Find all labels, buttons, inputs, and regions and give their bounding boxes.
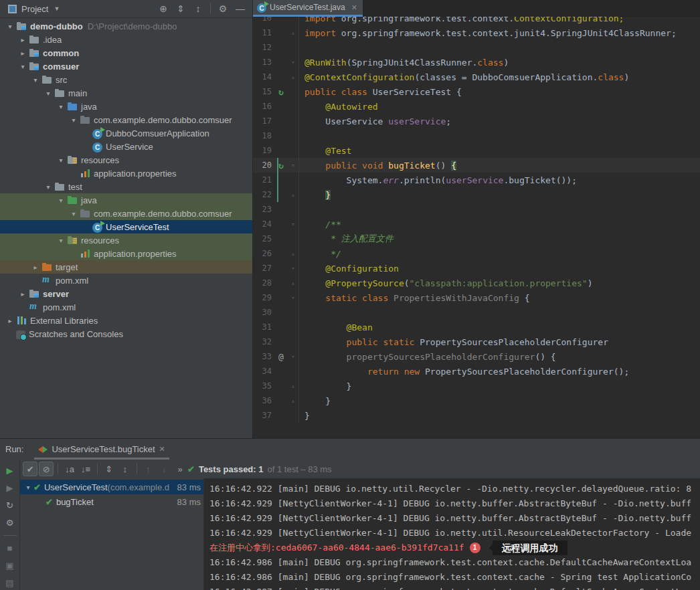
test-settings-icon[interactable]: ⚙ bbox=[3, 516, 17, 530]
code-line-37[interactable]: 37} bbox=[253, 408, 700, 423]
tree-item-common[interactable]: ▸common bbox=[0, 46, 252, 60]
code-line-36[interactable]: 36▵ } bbox=[253, 393, 700, 408]
code-line-11[interactable]: 11▵import org.springframework.test.conte… bbox=[253, 25, 700, 40]
editor-tab-userservicetest[interactable]: UserServiceTest.java ✕ bbox=[253, 0, 363, 17]
previous-failed-icon[interactable]: ↑ bbox=[141, 462, 155, 476]
chevron-down-icon[interactable]: ▾ bbox=[55, 197, 67, 204]
code-line-13[interactable]: 13▿@RunWith(SpringJUnit4ClassRunner.clas… bbox=[253, 55, 700, 70]
tree-item-target[interactable]: ▸target bbox=[0, 260, 252, 274]
tree-item-com-example-demo-dubbo-comsuer[interactable]: ▾com.example.demo.dubbo.comsuer bbox=[0, 207, 252, 220]
tree-item-java[interactable]: ▾java bbox=[0, 100, 252, 113]
code-line-29[interactable]: 29▿ static class PropertiesWithJavaConfi… bbox=[253, 290, 700, 305]
rerun-icon[interactable]: ▶ bbox=[3, 464, 17, 478]
sort-by-duration-icon[interactable]: ↓≡ bbox=[78, 462, 93, 476]
import-tests-icon[interactable]: ▤ bbox=[3, 576, 17, 590]
tree-item-main[interactable]: ▾main bbox=[0, 86, 252, 100]
settings-gear-icon[interactable]: ⚙ bbox=[215, 1, 231, 16]
error-count-badge[interactable]: 1 bbox=[470, 543, 480, 553]
code-line-17[interactable]: 17 UserService userService; bbox=[253, 114, 700, 128]
collapse-all-icon[interactable]: ↕ bbox=[190, 1, 206, 16]
sort-alphabetically-icon[interactable]: ↓a bbox=[62, 462, 77, 476]
code-line-32[interactable]: 32 public static PropertySourcesPlacehol… bbox=[253, 334, 700, 349]
run-test-gutter-icon[interactable]: ↻ bbox=[274, 87, 288, 97]
chevron-right-icon[interactable]: ▸ bbox=[29, 264, 41, 271]
tree-item-java[interactable]: ▾java bbox=[0, 193, 252, 207]
close-icon[interactable]: ✕ bbox=[351, 3, 357, 12]
code-line-25[interactable]: 25 * 注入配置文件 bbox=[253, 231, 700, 246]
chevron-down-icon[interactable]: ▼ bbox=[54, 5, 60, 12]
tree-item-demo-dubbo[interactable]: ▾demo-dubboD:\Project\demo-dubbo bbox=[0, 19, 252, 33]
code-line-15[interactable]: 15↻public class UserServiceTest { bbox=[253, 84, 700, 99]
chevron-down-icon[interactable]: ▾ bbox=[4, 23, 16, 30]
code-line-10[interactable]: 10import org.springframework.test.contex… bbox=[253, 17, 700, 25]
code-line-30[interactable]: 30 bbox=[253, 305, 700, 320]
close-icon[interactable]: ✕ bbox=[159, 445, 165, 454]
expand-all-icon[interactable]: ⇕ bbox=[173, 1, 189, 16]
fold-end-icon[interactable]: ▵ bbox=[288, 280, 298, 286]
code-line-24[interactable]: 24▿ /** bbox=[253, 217, 700, 231]
tree-item-comsuer[interactable]: ▾comsuer bbox=[0, 60, 252, 73]
code-line-23[interactable]: 23 bbox=[253, 202, 700, 217]
tree-item-scratches-and-consoles[interactable]: Scratches and Consoles bbox=[0, 327, 252, 340]
test-row-bugticket[interactable]: ✔bugTicket 83 ms bbox=[20, 494, 203, 509]
tree-item-resources[interactable]: ▾resources bbox=[0, 153, 252, 167]
chevron-right-icon[interactable]: ▸ bbox=[17, 290, 29, 298]
fold-start-icon[interactable]: ▿ bbox=[288, 59, 298, 66]
chevron-down-icon[interactable]: ▾ bbox=[55, 237, 67, 244]
chevron-down-icon[interactable]: ▾ bbox=[42, 90, 54, 97]
code-line-12[interactable]: 12 bbox=[253, 40, 700, 55]
code-line-21[interactable]: 21 System.err.println(userService.bugTic… bbox=[253, 173, 700, 187]
hide-panel-icon[interactable]: — bbox=[232, 1, 248, 16]
code-line-28[interactable]: 28▵ @PropertySource("classpath:applicati… bbox=[253, 276, 700, 290]
tree-item-userservice[interactable]: UserService bbox=[0, 140, 252, 153]
tree-item-src[interactable]: ▾src bbox=[0, 73, 252, 86]
tree-item-server[interactable]: ▸server bbox=[0, 287, 252, 300]
code-line-20[interactable]: 20↻▿ public void bugTicket() { bbox=[253, 158, 700, 173]
code-line-27[interactable]: 27▿ @Configuration bbox=[253, 261, 700, 276]
code-line-26[interactable]: 26▵ */ bbox=[253, 246, 700, 261]
chevron-right-icon[interactable]: ▸ bbox=[17, 36, 29, 43]
collapse-all-icon[interactable]: ↕ bbox=[118, 462, 133, 476]
test-row-userservicetest[interactable]: ▾✔UserServiceTest (com.example.d83 ms bbox=[20, 480, 203, 494]
tree-item-resources[interactable]: ▾resources bbox=[0, 233, 252, 247]
fold-start-icon[interactable]: ▿ bbox=[288, 265, 298, 272]
tree-item-userservicetest[interactable]: UserServiceTest bbox=[0, 220, 252, 233]
fold-start-icon[interactable]: ▿ bbox=[288, 221, 298, 227]
chevron-down-icon[interactable]: ▾ bbox=[55, 157, 67, 164]
chevron-down-icon[interactable]: ▾ bbox=[42, 183, 54, 191]
fold-end-icon[interactable]: ▵ bbox=[288, 191, 298, 198]
expand-all-icon[interactable]: ⇕ bbox=[102, 462, 116, 476]
code-area[interactable]: 10import org.springframework.test.contex… bbox=[253, 17, 700, 438]
code-line-33[interactable]: 33@▿ propertySourcesPlaceholderConfigure… bbox=[253, 349, 700, 364]
tree-item-application-properties[interactable]: application.properties bbox=[0, 247, 252, 260]
tree-item-external-libraries[interactable]: ▸External Libraries bbox=[0, 314, 252, 327]
fold-end-icon[interactable]: ▵ bbox=[288, 250, 298, 257]
fold-start-icon[interactable]: ▿ bbox=[288, 353, 298, 360]
chevron-down-icon[interactable]: ▾ bbox=[23, 484, 33, 491]
tree-item-idea[interactable]: ▸.idea bbox=[0, 33, 252, 46]
tree-item-dubbocomsuerapplication[interactable]: DubboComsuerApplication bbox=[0, 126, 252, 140]
chevron-down-icon[interactable]: ▾ bbox=[29, 76, 41, 84]
stop-icon[interactable]: ■ bbox=[3, 541, 17, 555]
next-failed-icon[interactable]: ↓ bbox=[157, 462, 171, 476]
fold-end-icon[interactable]: ▵ bbox=[288, 74, 298, 80]
code-line-14[interactable]: 14▵@ContextConfiguration(classes = Dubbo… bbox=[253, 70, 700, 84]
run-test-gutter-icon[interactable]: ↻ bbox=[274, 161, 288, 171]
chevron-right-icon[interactable]: ▸ bbox=[17, 50, 29, 57]
chevron-down-icon[interactable]: ▾ bbox=[68, 210, 80, 217]
chevron-down-icon[interactable]: ▾ bbox=[17, 63, 29, 70]
project-panel-title[interactable]: Project bbox=[21, 4, 48, 14]
tree-item-application-properties[interactable]: application.properties bbox=[0, 167, 252, 180]
tree-item-com-example-demo-dubbo-comsuer[interactable]: ▾com.example.demo.dubbo.comsuer bbox=[0, 113, 252, 126]
toggle-auto-test-icon[interactable]: ↻ bbox=[3, 498, 17, 512]
tree-item-pom-xml[interactable]: pom.xml bbox=[0, 300, 252, 314]
fold-end-icon[interactable]: ▵ bbox=[288, 397, 298, 404]
chevron-down-icon[interactable]: ▾ bbox=[68, 116, 80, 124]
more-icon[interactable]: » bbox=[173, 462, 187, 476]
show-ignored-icon[interactable]: ⊘ bbox=[39, 462, 54, 476]
chevron-right-icon[interactable]: ▸ bbox=[4, 317, 16, 324]
tree-item-pom-xml[interactable]: pom.xml bbox=[0, 274, 252, 287]
code-line-19[interactable]: 19 @Test bbox=[253, 143, 700, 158]
rerun-failed-tests-icon[interactable]: ▶ bbox=[3, 481, 17, 495]
fold-end-icon[interactable]: ▵ bbox=[288, 383, 298, 389]
